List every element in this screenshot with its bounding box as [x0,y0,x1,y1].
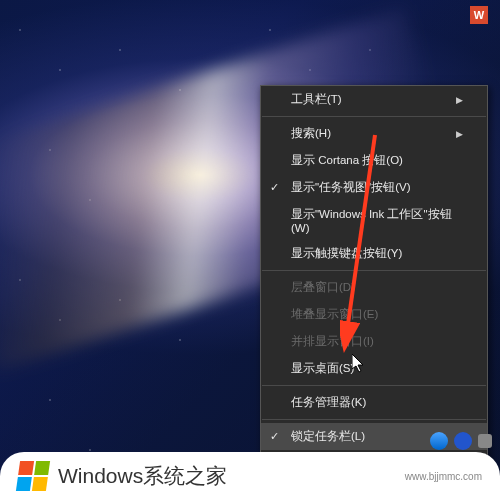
system-tray [430,432,492,450]
watermark-url-block: www.bjjmmc.com [405,471,482,482]
windows-logo-icon [16,461,50,491]
tray-icon-label: W [474,9,484,21]
wps-tray-icon[interactable]: W [470,6,488,24]
menu-show-desktop[interactable]: 显示桌面(S) [261,355,487,382]
menu-toolbar[interactable]: 工具栏(T) ▶ [261,86,487,113]
menu-cascade-windows: 层叠窗口(D) [261,274,487,301]
tray-app-icon[interactable] [430,432,448,450]
menu-separator [262,116,486,117]
menu-label: 工具栏(T) [291,92,342,107]
menu-separator [262,419,486,420]
tray-volume-icon[interactable] [478,434,492,448]
tray-shield-icon[interactable] [454,432,472,450]
menu-separator [262,270,486,271]
chevron-right-icon: ▶ [456,95,463,105]
check-icon: ✓ [270,181,279,194]
watermark-banner: Windows系统之家 www.bjjmmc.com [0,452,500,500]
menu-label: 显示触摸键盘按钮(Y) [291,246,402,261]
menu-label: 显示 Cortana 按钮(O) [291,153,403,168]
watermark-site: 系统之家 [143,464,227,487]
menu-label: 层叠窗口(D) [291,280,355,295]
menu-show-ink[interactable]: 显示"Windows Ink 工作区"按钮(W) [261,201,487,240]
menu-task-manager[interactable]: 任务管理器(K) [261,389,487,416]
menu-show-touch-keyboard[interactable]: 显示触摸键盘按钮(Y) [261,240,487,267]
chevron-right-icon: ▶ [456,129,463,139]
watermark-text: Windows系统之家 [58,462,227,490]
menu-side-windows: 并排显示窗口(I) [261,328,487,355]
check-icon: ✓ [270,430,279,443]
menu-label: 搜索(H) [291,126,331,141]
menu-show-taskview[interactable]: ✓ 显示"任务视图"按钮(V) [261,174,487,201]
menu-label: 显示桌面(S) [291,361,354,376]
menu-separator [262,385,486,386]
menu-label: 显示"任务视图"按钮(V) [291,180,411,195]
menu-label: 锁定任务栏(L) [291,429,365,444]
menu-search[interactable]: 搜索(H) ▶ [261,120,487,147]
menu-stack-windows: 堆叠显示窗口(E) [261,301,487,328]
menu-label: 显示"Windows Ink 工作区"按钮(W) [291,207,463,234]
menu-show-cortana[interactable]: 显示 Cortana 按钮(O) [261,147,487,174]
menu-label: 堆叠显示窗口(E) [291,307,378,322]
watermark-brand: Windows [58,464,143,487]
menu-label: 并排显示窗口(I) [291,334,374,349]
taskbar-context-menu: 工具栏(T) ▶ 搜索(H) ▶ 显示 Cortana 按钮(O) ✓ 显示"任… [260,85,488,485]
watermark-url: www.bjjmmc.com [405,471,482,482]
menu-label: 任务管理器(K) [291,395,366,410]
